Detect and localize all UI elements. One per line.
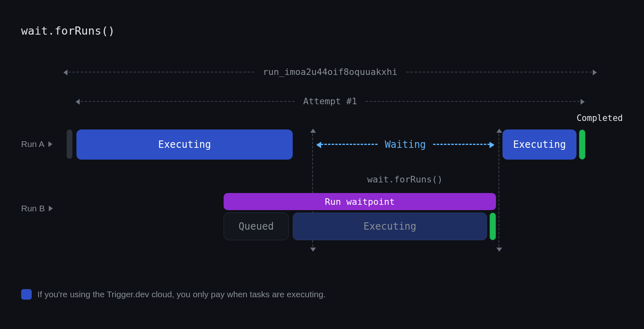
run-a-exec1-text: Executing xyxy=(158,139,211,150)
completed-label: Completed xyxy=(577,113,623,123)
wait-for-runs-label: wait.forRuns() xyxy=(325,174,485,184)
row-a-label: Run A xyxy=(21,139,52,149)
tick-icon xyxy=(310,248,316,252)
wfr-text: wait.forRuns() xyxy=(367,174,442,184)
arrow-right-icon xyxy=(593,70,597,75)
tick-icon xyxy=(496,248,502,252)
run-id-span: run_imoa2u44oif8oquuakxhi xyxy=(64,72,596,72)
footer-note-text: If you're using the Trigger.dev cloud, y… xyxy=(37,290,326,299)
chevron-right-icon xyxy=(49,206,53,211)
row-b-label: Run B xyxy=(21,204,53,213)
attempt-label: Attempt #1 xyxy=(296,96,364,106)
run-a-wait-text: Waiting xyxy=(378,139,432,150)
run-a-start-cap xyxy=(67,129,72,159)
run-a-executing-2: Executing xyxy=(503,129,577,160)
run-waitpoint-text: Run waitpoint xyxy=(325,197,395,207)
arrow-left-icon xyxy=(76,99,80,105)
run-b-queued: Queued xyxy=(224,213,289,240)
arrow-left-icon xyxy=(63,70,67,75)
run-a-waiting: Waiting xyxy=(317,144,494,145)
run-a-executing-1: Executing xyxy=(76,129,293,160)
run-id-label: run_imoa2u44oif8oquuakxhi xyxy=(255,67,405,77)
run-a-end-cap xyxy=(579,129,585,160)
tick-icon xyxy=(310,129,316,133)
guide-line-2 xyxy=(498,129,499,251)
run-b-executing: Executing xyxy=(293,213,487,240)
chevron-right-icon xyxy=(48,141,52,147)
row-b-text: Run B xyxy=(21,204,45,213)
run-a-exec2-text: Executing xyxy=(513,139,566,150)
row-a-text: Run A xyxy=(21,139,44,149)
footer-note: If you're using the Trigger.dev cloud, y… xyxy=(21,289,326,300)
run-waitpoint: Run waitpoint xyxy=(224,193,496,210)
run-b-queued-text: Queued xyxy=(239,221,274,232)
page-title: wait.forRuns() xyxy=(21,24,115,37)
run-b-exec-text: Executing xyxy=(363,221,416,232)
blue-swatch-icon xyxy=(21,289,32,300)
tick-icon xyxy=(496,129,502,133)
arrow-right-icon xyxy=(490,142,494,148)
attempt-span: Attempt #1 xyxy=(76,101,584,102)
arrow-right-icon xyxy=(581,99,585,105)
arrow-left-icon xyxy=(316,142,321,148)
run-b-end-cap xyxy=(490,213,496,240)
